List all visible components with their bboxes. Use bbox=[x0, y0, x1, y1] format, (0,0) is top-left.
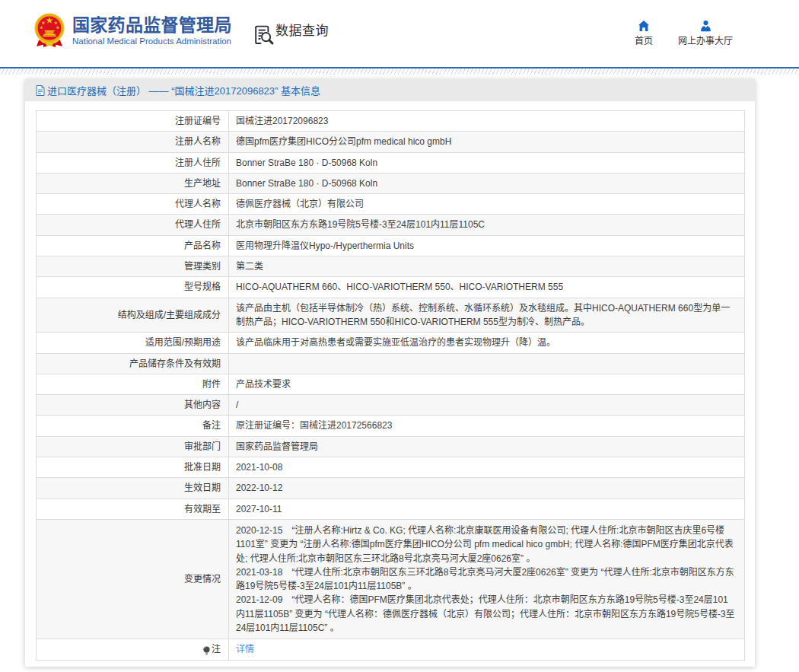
table-row-5: 代理人名称德佩医疗器械（北京）有限公司 bbox=[37, 194, 745, 215]
row-label: 代理人住所 bbox=[37, 215, 229, 235]
row-label: 注 bbox=[37, 639, 229, 660]
change-paragraph: 2021-03-18 “代理人住所:北京市朝阳区东三环北路8号北京亮马河大厦2座… bbox=[236, 565, 737, 594]
nav-online-hall[interactable]: 网上办事大厅 bbox=[678, 20, 733, 46]
row-value: 2022-10-12 bbox=[229, 478, 745, 498]
row-value: 该产品临床用于对高热患者或需要实施亚低温治疗的患者实现物理升（降）温。 bbox=[229, 333, 745, 353]
row-label: 批准日期 bbox=[37, 457, 229, 478]
china-national-emblem-icon bbox=[34, 13, 65, 49]
breadcrumb-text: 进口医疗器械（注册） —— “国械注进20172096823” 基本信息 bbox=[47, 83, 320, 97]
row-label: 注册证编号 bbox=[37, 111, 229, 132]
row-label: 适用范围/预期用途 bbox=[37, 333, 229, 353]
row-label: 有效期至 bbox=[37, 498, 229, 519]
row-label: 产品名称 bbox=[37, 235, 229, 256]
row-label: 其他内容 bbox=[37, 395, 229, 416]
table-row-15: 备注原注册证编号：国械注进20172566823 bbox=[37, 416, 745, 436]
row-label: 备注 bbox=[37, 416, 229, 436]
note-label: 注 bbox=[202, 642, 221, 656]
table-row-19: 有效期至2027-10-11 bbox=[37, 498, 745, 519]
row-value: 德国pfm医疗集团HICO分公司pfm medical hico gmbH bbox=[229, 132, 745, 152]
nav-online-hall-label: 网上办事大厅 bbox=[678, 37, 733, 46]
table-row-8: 管理类别第二类 bbox=[37, 256, 745, 277]
breadcrumb: 进口医疗器械（注册） —— “国械注进20172096823” 基本信息 bbox=[25, 79, 755, 101]
table-row-1: 注册证编号国械注进20172096823 bbox=[37, 111, 745, 132]
row-label: 生产地址 bbox=[37, 173, 229, 193]
row-label: 注册人住所 bbox=[37, 152, 229, 173]
row-value: 2021-10-08 bbox=[229, 457, 745, 478]
row-label: 代理人名称 bbox=[37, 194, 229, 215]
home-icon bbox=[638, 20, 650, 32]
row-value: 国家药品监督管理局 bbox=[229, 436, 745, 457]
row-label: 结构及组成/主要组成成分 bbox=[37, 298, 229, 333]
table-row-10: 结构及组成/主要组成成分该产品由主机（包括半导体制冷（热）系统、控制系统、水循环… bbox=[37, 298, 745, 333]
row-label: 产品储存条件及有效期 bbox=[37, 353, 229, 374]
row-value bbox=[229, 353, 745, 374]
row-label: 管理类别 bbox=[37, 256, 229, 277]
table-row-7: 产品名称医用物理升降温仪Hypo-/Hyperthermia Units bbox=[37, 235, 745, 256]
row-value: 医用物理升降温仪Hypo-/Hyperthermia Units bbox=[229, 235, 745, 256]
table-row-18: 生效日期2022-10-12 bbox=[37, 478, 745, 498]
nav-home[interactable]: 首页 bbox=[622, 20, 665, 46]
site-header: 国家药品监督管理局 National Medical Products Admi… bbox=[0, 0, 799, 67]
content-panel: 进口医疗器械（注册） —— “国械注进20172096823” 基本信息 注册证… bbox=[25, 79, 755, 667]
table-row-2: 注册人名称德国pfm医疗集团HICO分公司pfm medical hico gm… bbox=[37, 132, 745, 152]
data-query-label: 数据查询 bbox=[275, 24, 329, 39]
row-value: 原注册证编号：国械注进20172566823 bbox=[229, 416, 745, 436]
table-row-change: 变更情况2020-12-15 “注册人名称:Hirtz & Co. KG; 代理… bbox=[37, 519, 745, 639]
table-row-17: 批准日期2021-10-08 bbox=[37, 457, 745, 478]
table-row-4: 生产地址Bonner StraBe 180 · D-50968 Koln bbox=[37, 173, 745, 193]
row-value: 产品技术要求 bbox=[229, 374, 745, 394]
table-row-16: 审批部门国家药品监督管理局 bbox=[37, 436, 745, 457]
info-table-wrap: 注册证编号国械注进20172096823注册人名称德国pfm医疗集团HICO分公… bbox=[36, 110, 745, 661]
row-label: 审批部门 bbox=[37, 436, 229, 457]
table-row-12: 产品储存条件及有效期 bbox=[37, 353, 745, 374]
row-value: 德佩医疗器械（北京）有限公司 bbox=[229, 194, 745, 215]
row-label: 注册人名称 bbox=[37, 132, 229, 152]
logo-titles: 国家药品监督管理局 National Medical Products Admi… bbox=[72, 13, 232, 49]
table-row-13: 附件产品技术要求 bbox=[37, 374, 745, 394]
row-value: 2020-12-15 “注册人名称:Hirtz & Co. KG; 代理人名称:… bbox=[229, 519, 745, 639]
nav-home-label: 首页 bbox=[622, 37, 665, 46]
site-logo[interactable]: 国家药品监督管理局 National Medical Products Admi… bbox=[34, 13, 232, 49]
row-value: / bbox=[229, 395, 745, 416]
row-value: HICO-AQUATHERM 660、HICO-VARIOTHERM 550、H… bbox=[229, 277, 745, 298]
table-row-3: 注册人住所Bonner StraBe 180 · D-50968 Koln bbox=[37, 152, 745, 173]
table-row-note: 注详情 bbox=[37, 639, 745, 660]
table-row-11: 适用范围/预期用途该产品临床用于对高热患者或需要实施亚低温治疗的患者实现物理升（… bbox=[37, 333, 745, 353]
detail-link[interactable]: 详情 bbox=[236, 644, 254, 654]
row-value: 国械注进20172096823 bbox=[229, 111, 745, 132]
table-row-6: 代理人住所北京市朝阳区东方东路19号院5号楼-3至24层101内11层1105C bbox=[37, 215, 745, 235]
info-table: 注册证编号国械注进20172096823注册人名称德国pfm医疗集团HICO分公… bbox=[36, 110, 745, 661]
row-label: 型号规格 bbox=[37, 277, 229, 298]
table-row-9: 型号规格HICO-AQUATHERM 660、HICO-VARIOTHERM 5… bbox=[37, 277, 745, 298]
row-label: 生效日期 bbox=[37, 478, 229, 498]
change-paragraph: 2020-12-15 “注册人名称:Hirtz & Co. KG; 代理人名称:… bbox=[236, 524, 737, 565]
row-value: Bonner StraBe 180 · D-50968 Koln bbox=[229, 152, 745, 173]
row-value: 第二类 bbox=[229, 256, 745, 277]
data-query-section[interactable]: 数据查询 bbox=[254, 24, 329, 46]
user-icon bbox=[699, 20, 712, 32]
stripe-band bbox=[0, 68, 799, 75]
row-value: 北京市朝阳区东方东路19号院5号楼-3至24层101内11层1105C bbox=[229, 215, 745, 235]
site-title-cn: 国家药品监督管理局 bbox=[72, 16, 232, 34]
lightbulb-icon bbox=[202, 646, 211, 656]
row-value: 该产品由主机（包括半导体制冷（热）系统、控制系统、水循环系统）及水毯组成。其中H… bbox=[229, 298, 745, 333]
change-paragraph: 2021-12-09 “代理人名称：德国PFM医疗集团北京代表处；代理人住所：北… bbox=[236, 593, 737, 635]
row-value: 2027-10-11 bbox=[229, 498, 745, 519]
row-value: 详情 bbox=[229, 639, 745, 660]
row-value: Bonner StraBe 180 · D-50968 Koln bbox=[229, 173, 745, 193]
document-search-icon bbox=[254, 25, 275, 46]
table-row-14: 其他内容/ bbox=[37, 395, 745, 416]
document-icon bbox=[36, 85, 45, 96]
row-label: 变更情况 bbox=[37, 519, 229, 639]
row-label: 附件 bbox=[37, 374, 229, 394]
site-title-en: National Medical Products Administration bbox=[72, 37, 232, 46]
